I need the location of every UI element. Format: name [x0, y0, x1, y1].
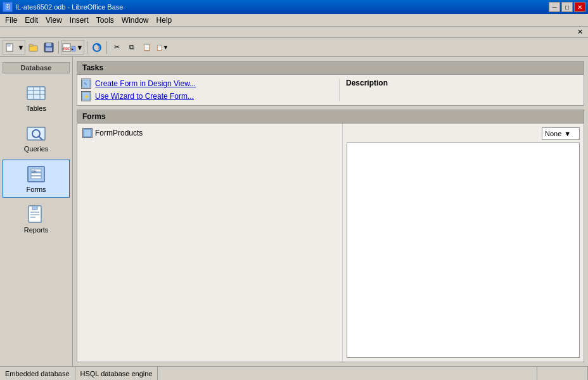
toolbar-pdf-button[interactable]: PDF ▶: [62, 41, 76, 54]
menu-tools[interactable]: Tools: [93, 15, 118, 26]
form-products-label: FormProducts: [95, 129, 143, 137]
toolbar-pdf-dropdown[interactable]: ▼: [76, 41, 84, 54]
sidebar: Database Tables Que: [0, 57, 73, 366]
tables-icon: [26, 83, 46, 103]
forms-label: Forms: [26, 186, 46, 193]
menu-bar: File Edit View Insert Tools Window Help: [0, 14, 588, 27]
sidebar-item-reports[interactable]: Reports: [3, 200, 70, 238]
status-empty-2: [537, 367, 588, 380]
menu-edit[interactable]: Edit: [21, 15, 42, 26]
sidebar-item-tables[interactable]: Tables: [3, 79, 70, 117]
status-embedded-db: Embedded database: [0, 367, 75, 380]
toolbar-new-button[interactable]: [3, 41, 17, 54]
forms-panel: Forms FormProducts No: [77, 110, 584, 362]
preview-dropdown[interactable]: None ▼: [542, 127, 580, 140]
sidebar-item-forms[interactable]: OK Forms: [3, 160, 70, 198]
forms-body: FormProducts None ▼: [77, 124, 584, 362]
svg-rect-5: [46, 43, 51, 46]
preview-none-bar: None ▼: [347, 127, 580, 140]
tasks-header: Tasks: [77, 61, 584, 75]
task-wizard-form[interactable]: ⚡ Use Wizard to Create Form...: [81, 91, 339, 101]
content-area: Tasks ✎ Create Form in Design View...: [73, 57, 588, 366]
menu-window[interactable]: Window: [118, 15, 153, 26]
svg-rect-34: [84, 129, 91, 137]
toolbar-sep-3: [106, 41, 107, 54]
toolbar-paste-button[interactable]: 📋: [140, 41, 154, 54]
forms-preview: None ▼: [343, 124, 584, 362]
forms-icon: OK: [26, 164, 46, 184]
svg-rect-23: [31, 173, 41, 175]
preview-none-label: None: [545, 130, 561, 137]
svg-rect-24: [31, 176, 41, 179]
reports-icon: [26, 205, 46, 225]
main-area: Database Tables Que: [0, 57, 588, 366]
toolbar-save-button[interactable]: [42, 41, 56, 54]
create-form-icon: ✎: [81, 79, 91, 89]
preview-box: [347, 142, 580, 358]
title-bar-title: IL-ates6502.odb - LibreOffice Base: [15, 3, 123, 11]
forms-header: Forms: [77, 110, 584, 124]
toolbar-paste2-button[interactable]: 📋▼: [155, 41, 169, 54]
status-bar: Embedded database HSQL database engine: [0, 366, 588, 380]
close-button[interactable]: ✕: [574, 2, 585, 12]
tasks-list: ✎ Create Form in Design View... ⚡ Use: [81, 79, 339, 101]
title-bar: 🗄 IL-ates6502.odb - LibreOffice Base ─ □…: [0, 0, 588, 14]
task-create-form-label: Create Form in Design View...: [95, 79, 196, 88]
svg-rect-26: [32, 206, 37, 210]
queries-icon: [26, 124, 46, 144]
svg-text:PDF: PDF: [63, 47, 70, 51]
status-hsql-engine: HSQL database engine: [75, 367, 158, 380]
svg-rect-3: [29, 44, 33, 46]
toolbar-open-button[interactable]: [27, 41, 41, 54]
task-wizard-form-label: Use Wizard to Create Form...: [95, 92, 194, 101]
task-create-form[interactable]: ✎ Create Form in Design View...: [81, 79, 339, 89]
tasks-body: ✎ Create Form in Design View... ⚡ Use: [77, 75, 584, 105]
toolbar-cut-button[interactable]: ✂: [110, 41, 124, 54]
tasks-description: Description: [339, 79, 580, 101]
toolbar-sep-1: [58, 41, 59, 54]
preview-dropdown-arrow-icon: ▼: [564, 130, 571, 137]
svg-rect-1: [8, 44, 10, 46]
tab-close-button[interactable]: ✕: [575, 28, 585, 36]
form-item-formproducts[interactable]: FormProducts: [81, 127, 338, 139]
title-bar-controls[interactable]: ─ □ ✕: [549, 2, 585, 12]
sidebar-header: Database: [3, 62, 70, 73]
minimize-button[interactable]: ─: [549, 2, 560, 12]
tasks-panel: Tasks ✎ Create Form in Design View...: [77, 61, 584, 106]
tables-label: Tables: [26, 104, 46, 112]
tab-close-bar: ✕: [0, 27, 588, 38]
sidebar-item-queries[interactable]: Queries: [3, 119, 70, 157]
toolbar-copy-button[interactable]: ⧉: [125, 41, 139, 54]
svg-text:✎: ✎: [84, 82, 87, 86]
toolbar-sep-2: [87, 41, 87, 54]
maximize-button[interactable]: □: [561, 2, 573, 12]
menu-help[interactable]: Help: [153, 15, 176, 26]
status-empty-1: [158, 367, 537, 380]
svg-text:⚡: ⚡: [84, 94, 89, 99]
form-products-icon: [82, 128, 93, 138]
toolbar: ▼ PDF ▶ ▼ ✂ ⧉: [0, 38, 588, 57]
tasks-description-label: Description: [346, 79, 388, 87]
menu-view[interactable]: View: [42, 15, 66, 26]
wizard-form-icon: ⚡: [81, 91, 91, 101]
reports-label: Reports: [24, 226, 49, 234]
app-icon: 🗄: [3, 2, 13, 12]
menu-insert[interactable]: Insert: [66, 15, 93, 26]
svg-rect-12: [27, 87, 45, 99]
forms-list: FormProducts: [77, 124, 343, 362]
toolbar-new-dropdown[interactable]: ▼: [17, 41, 25, 54]
queries-label: Queries: [24, 145, 49, 153]
title-bar-left: 🗄 IL-ates6502.odb - LibreOffice Base: [3, 2, 123, 12]
toolbar-refresh-button[interactable]: [90, 41, 104, 54]
menu-file[interactable]: File: [1, 15, 21, 26]
svg-rect-6: [46, 48, 52, 51]
